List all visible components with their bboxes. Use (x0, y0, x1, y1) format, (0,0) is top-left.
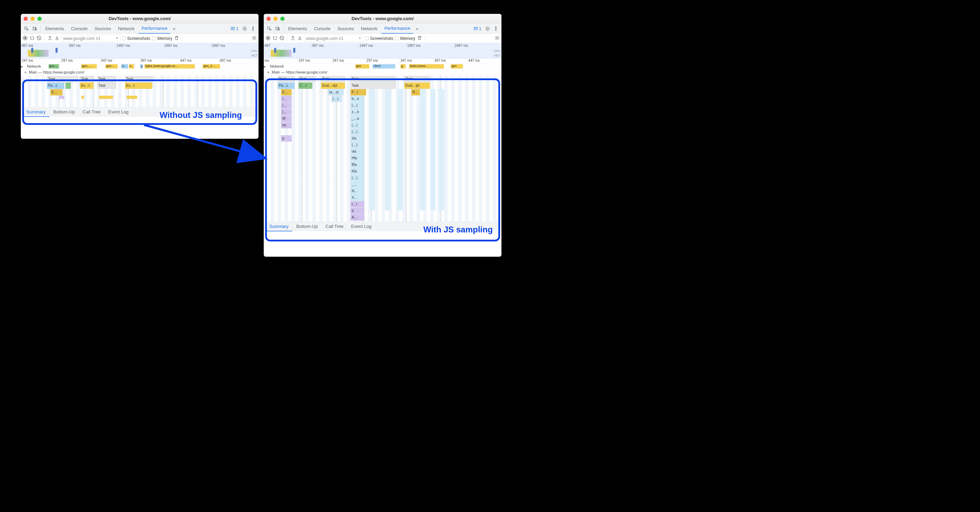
chevron-down-icon: ▼ (116, 37, 118, 40)
screenshots-checkbox[interactable]: Screenshots (122, 36, 151, 41)
network-entry[interactable]: g (140, 64, 143, 69)
network-entry[interactable]: cl… (121, 64, 128, 69)
network-entry[interactable]: g (401, 64, 406, 69)
overview-handle-left[interactable] (31, 48, 33, 53)
maximize-button[interactable] (280, 17, 285, 21)
svg-point-9 (496, 30, 496, 30)
more-tabs-icon[interactable]: » (414, 26, 420, 32)
disclosure-triangle-icon[interactable]: ▼ (267, 71, 271, 74)
recording-selector[interactable]: www.google.com #1▼ (304, 35, 363, 41)
svg-point-11 (267, 37, 269, 39)
inspect-element-icon[interactable] (266, 25, 273, 32)
memory-checkbox[interactable]: Memory (152, 36, 172, 41)
download-profile-icon[interactable] (298, 35, 302, 41)
panel-tabbar: ElementsConsoleSourcesNetworkPerformance… (21, 24, 259, 33)
network-entry[interactable]: gen (355, 64, 369, 69)
kebab-menu-icon[interactable] (492, 25, 500, 32)
disclosure-triangle-icon[interactable]: ▶ (21, 65, 24, 68)
svg-point-8 (496, 28, 496, 29)
network-entry[interactable]: client (373, 64, 395, 69)
network-entry[interactable]: gen_2… (203, 64, 220, 69)
minimize-button[interactable] (274, 17, 278, 21)
panel-tab-sources[interactable]: Sources (334, 24, 357, 33)
record-button[interactable] (266, 35, 271, 41)
more-tabs-icon[interactable]: » (171, 26, 177, 32)
panel-tab-network[interactable]: Network (115, 24, 138, 33)
settings-gear-icon[interactable] (484, 25, 492, 32)
network-entry[interactable]: gen (451, 64, 463, 69)
network-track[interactable]: ▶Networkgenclientghpba (www…gen (264, 64, 501, 69)
panel-tab-performance[interactable]: Performance (138, 24, 170, 33)
close-button[interactable] (267, 17, 271, 21)
network-entry[interactable]: goo… (49, 64, 59, 69)
panel-tab-console[interactable]: Console (311, 24, 334, 33)
panel-tabbar: ElementsConsoleSourcesNetworkPerformance… (264, 24, 501, 33)
network-entry[interactable]: gen… (105, 64, 118, 69)
upload-profile-icon[interactable] (290, 35, 296, 41)
gc-icon[interactable] (417, 35, 422, 41)
network-entry[interactable]: n… (129, 64, 134, 69)
minimize-button[interactable] (30, 17, 35, 21)
gc-icon[interactable] (174, 35, 180, 41)
detail-scale: ms197 ms247 ms297 ms347 ms397 ms447 ms (264, 59, 501, 64)
capture-settings-gear-icon[interactable] (251, 35, 257, 41)
cpu-label: CPU (251, 49, 258, 53)
reload-record-button[interactable] (30, 35, 35, 41)
net-label: NET (494, 54, 500, 57)
kebab-menu-icon[interactable] (249, 25, 257, 32)
network-entry[interactable]: gen_… (81, 64, 97, 69)
traffic-lights (24, 17, 41, 21)
clear-button[interactable] (279, 35, 285, 41)
annotation-arrow (139, 120, 271, 168)
traffic-lights (267, 17, 285, 21)
screenshots-checkbox[interactable]: Screenshots (365, 36, 393, 41)
clear-button[interactable] (37, 35, 41, 41)
overview-handle-right[interactable] (56, 48, 57, 53)
cpu-label: CPU (494, 49, 500, 53)
titlebar: DevTools - www.google.com/ (21, 14, 259, 24)
svg-point-2 (253, 28, 254, 29)
svg-point-3 (253, 30, 254, 30)
disclosure-triangle-icon[interactable]: ▶ (264, 65, 267, 68)
disclosure-triangle-icon[interactable]: ▼ (24, 71, 28, 74)
panel-tab-console[interactable]: Console (68, 24, 91, 33)
capture-settings-gear-icon[interactable] (495, 35, 500, 41)
device-toggle-icon[interactable] (274, 25, 282, 32)
reload-record-button[interactable] (272, 35, 278, 41)
overview-handle-left[interactable] (274, 48, 276, 53)
timeline-overview[interactable]: 497 ms997 ms1497 ms1997 ms2497 msCPUNET (21, 43, 259, 59)
annotation-label-right: With JS sampling (423, 225, 493, 234)
panel-tab-performance[interactable]: Performance (381, 24, 413, 33)
inspect-element-icon[interactable] (22, 25, 30, 32)
network-entry[interactable]: hpba (www… (409, 64, 444, 69)
device-toggle-icon[interactable] (31, 25, 38, 32)
main-thread-label[interactable]: ▼ Main — https://www.google.com/ (21, 69, 259, 76)
issues-badge[interactable]: 1 (472, 26, 483, 31)
overview-handle-right[interactable] (293, 48, 295, 53)
window-title: DevTools - www.google.com/ (264, 16, 501, 22)
panel-tab-elements[interactable]: Elements (285, 24, 310, 33)
issues-badge[interactable]: 1 (229, 26, 240, 31)
network-track[interactable]: ▶Networkgoo…gen_…gen…cl…n…ghpba (www.goo… (21, 64, 259, 69)
main-thread-label[interactable]: ▼ Main — https://www.google.com/ (264, 69, 501, 76)
network-entry[interactable]: hpba (www.google.co… (145, 64, 195, 69)
chevron-down-icon: ▼ (358, 37, 361, 40)
window-title: DevTools - www.google.com/ (21, 16, 259, 22)
annotation-label-left: Without JS sampling (160, 110, 242, 120)
svg-point-7 (496, 27, 496, 28)
recording-selector[interactable]: www.google.com #1▼ (61, 35, 121, 41)
timeline-overview[interactable]: 497997 ms1497 ms1997 ms2497 msCPUNET (264, 43, 501, 59)
svg-point-5 (24, 37, 26, 39)
download-profile-icon[interactable] (54, 35, 60, 41)
memory-checkbox[interactable]: Memory (395, 36, 415, 41)
upload-profile-icon[interactable] (48, 35, 53, 41)
panel-tab-network[interactable]: Network (358, 24, 381, 33)
panel-tab-sources[interactable]: Sources (91, 24, 114, 33)
panel-tab-elements[interactable]: Elements (42, 24, 67, 33)
record-button[interactable] (22, 35, 28, 41)
maximize-button[interactable] (38, 17, 41, 21)
close-button[interactable] (24, 17, 28, 21)
settings-gear-icon[interactable] (241, 25, 248, 32)
svg-point-1 (253, 27, 254, 28)
perf-toolbar: www.google.com #1▼ScreenshotsMemory (21, 33, 259, 43)
